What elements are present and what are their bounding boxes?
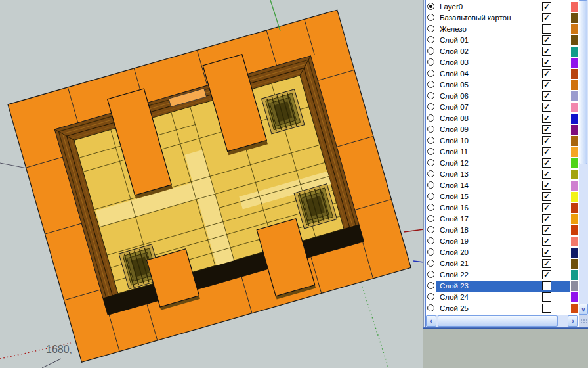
layer-active-radio[interactable] [427,181,434,189]
layer-visibility-checkbox[interactable]: ✓ [542,58,551,67]
layer-active-radio[interactable] [427,260,434,267]
layer-color-swatch[interactable] [571,181,578,191]
layer-visibility-checkbox[interactable]: ✓ [542,203,551,212]
scroll-left-button[interactable]: ‹ [426,315,436,327]
layer-color-swatch[interactable] [571,214,578,224]
resize-grip[interactable] [579,315,588,327]
layer-active-radio[interactable] [427,215,434,222]
layer-active-radio[interactable] [427,114,434,122]
layer-active-radio[interactable] [427,226,434,233]
layer-color-swatch[interactable] [571,304,578,313]
layer-active-radio[interactable] [427,148,434,155]
layer-color-swatch[interactable] [571,147,578,157]
layer-active-radio[interactable] [427,70,434,77]
layer-visibility-checkbox[interactable]: ✓ [542,103,551,112]
layer-visibility-checkbox[interactable] [542,281,551,290]
vertical-scrollbar[interactable]: ∨ [579,0,588,315]
layer-row[interactable]: Слой 17✓ [426,214,579,225]
layer-active-radio[interactable] [427,170,434,177]
layer-active-radio[interactable] [427,81,434,88]
layer-active-radio[interactable] [427,237,434,244]
layer-color-swatch[interactable] [571,69,578,79]
layer-color-swatch[interactable] [571,170,578,179]
layer-color-swatch[interactable] [571,125,578,135]
layer-row[interactable]: Слой 03✓ [426,57,579,68]
layer-visibility-checkbox[interactable]: ✓ [542,259,551,268]
layer-color-swatch[interactable] [571,58,578,68]
layer-visibility-checkbox[interactable] [542,24,551,34]
layer-row[interactable]: Слой 10✓ [426,135,579,147]
layer-row[interactable]: Layer0✓ [426,1,579,12]
layer-row[interactable]: Слой 16✓ [426,202,579,214]
layer-visibility-checkbox[interactable]: ✓ [542,114,551,123]
layer-row[interactable]: Слой 22✓ [426,269,579,281]
layer-color-swatch[interactable] [571,13,578,23]
layer-visibility-checkbox[interactable]: ✓ [542,225,551,235]
layer-color-swatch[interactable] [571,47,578,57]
horizontal-scrollbar-thumb[interactable] [438,315,558,327]
layer-color-swatch[interactable] [571,2,578,12]
layer-color-swatch[interactable] [571,248,578,258]
layer-color-swatch[interactable] [571,114,578,124]
layer-visibility-checkbox[interactable]: ✓ [542,91,551,101]
layer-row[interactable]: Слой 25 [426,303,579,314]
layer-row[interactable]: Слой 15✓ [426,191,579,202]
layer-visibility-checkbox[interactable]: ✓ [542,147,551,156]
layer-visibility-checkbox[interactable]: ✓ [542,237,551,246]
layer-color-swatch[interactable] [571,237,578,246]
layer-row[interactable]: Слой 11✓ [426,147,579,158]
layer-row[interactable]: Слой 18✓ [426,225,579,236]
layer-row[interactable]: Слой 14✓ [426,180,579,191]
layer-visibility-checkbox[interactable]: ✓ [542,2,551,11]
layer-row[interactable] [426,314,579,315]
layer-color-swatch[interactable] [571,270,578,280]
3d-viewport[interactable]: 1680, [0,0,424,368]
layer-active-radio[interactable] [427,58,434,66]
layer-row[interactable]: Базальтовый картон✓ [426,12,579,24]
layer-active-radio[interactable] [427,137,434,144]
layer-color-swatch[interactable] [571,158,578,168]
layer-row[interactable]: Слой 04✓ [426,68,579,80]
layer-color-swatch[interactable] [571,35,578,45]
layer-row[interactable]: Слой 24 [426,292,579,303]
layer-active-radio[interactable] [427,126,434,133]
layer-visibility-checkbox[interactable]: ✓ [542,170,551,179]
layer-color-swatch[interactable] [571,103,578,112]
layer-row[interactable]: Слой 13✓ [426,169,579,180]
layer-visibility-checkbox[interactable]: ✓ [542,248,551,257]
layer-color-swatch[interactable] [571,203,578,213]
layer-row[interactable]: Слой 06✓ [426,91,579,102]
layer-visibility-checkbox[interactable]: ✓ [542,69,551,78]
layer-visibility-checkbox[interactable]: ✓ [542,80,551,89]
layer-active-radio[interactable] [427,193,434,200]
layer-row[interactable]: Слой 23 [426,281,579,292]
layer-color-swatch[interactable] [571,225,578,235]
layer-active-radio[interactable] [427,293,434,300]
layer-row[interactable]: Слой 01✓ [426,35,579,46]
layer-active-radio[interactable] [427,248,434,256]
layer-active-radio[interactable] [427,304,434,311]
layer-visibility-checkbox[interactable]: ✓ [542,270,551,279]
layer-active-radio[interactable] [427,36,434,43]
layer-row[interactable]: Слой 08✓ [426,113,579,124]
layer-visibility-checkbox[interactable]: ✓ [542,192,551,201]
layer-visibility-checkbox[interactable]: ✓ [542,214,551,223]
layer-row[interactable]: Слой 09✓ [426,124,579,135]
layer-color-swatch[interactable] [571,80,578,90]
layer-active-radio[interactable] [427,47,434,55]
layer-color-swatch[interactable] [571,259,578,269]
layer-color-swatch[interactable] [571,91,578,101]
layer-visibility-checkbox[interactable]: ✓ [542,158,551,168]
layer-visibility-checkbox[interactable]: ✓ [542,13,551,22]
layer-active-radio[interactable] [427,159,434,166]
layer-color-swatch[interactable] [571,281,578,291]
layer-visibility-checkbox[interactable]: ✓ [542,35,551,45]
layer-row[interactable]: Слой 02✓ [426,46,579,57]
layer-row[interactable]: Слой 07✓ [426,102,579,113]
layer-color-swatch[interactable] [571,24,578,34]
layer-active-radio[interactable] [427,282,434,289]
layer-visibility-checkbox[interactable]: ✓ [542,136,551,145]
layer-visibility-checkbox[interactable]: ✓ [542,47,551,56]
scroll-down-button[interactable]: ∨ [579,304,588,315]
layer-active-radio[interactable] [427,14,434,21]
